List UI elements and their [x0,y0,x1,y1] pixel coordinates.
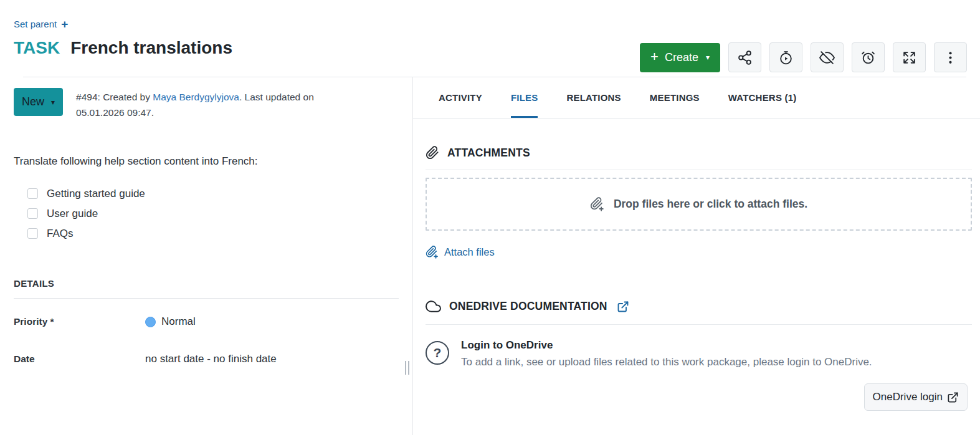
panel-resize-handle[interactable] [405,361,409,375]
attachments-heading-label: ATTACHMENTS [447,147,530,160]
tab-relations[interactable]: RELATIONS [566,77,621,118]
checklist-item-label: FAQs [47,228,74,240]
description-text[interactable]: Translate following help section content… [14,155,399,168]
create-button-label: Create [665,51,698,64]
fullscreen-button[interactable] [893,42,926,72]
onedrive-heading-label: ONEDRIVE DOCUMENTATION [449,300,607,313]
paperclip-icon [426,146,439,160]
checkbox[interactable] [27,228,38,239]
work-package-type[interactable]: TASK [14,38,60,58]
checklist-item-label: User guide [47,208,98,220]
set-parent-label: Set parent [14,19,57,29]
eye-off-icon [819,50,835,65]
plus-icon: + [650,49,659,65]
priority-dot-icon [145,317,156,327]
unwatch-button[interactable] [811,42,844,72]
paperclip-plus-icon [590,197,604,211]
toolbar: + Create ▾ [640,42,967,72]
tab-activity[interactable]: ACTIVITY [439,77,482,118]
divider [14,298,399,299]
tab-watchers[interactable]: WATCHERS (1) [728,77,797,118]
divider [426,324,972,325]
chevron-down-icon: ▾ [706,53,710,62]
kebab-menu-icon [943,50,958,65]
share-button[interactable] [728,42,761,72]
date-value[interactable]: no start date - no finish date [145,353,277,365]
work-package-tabs-panel: ACTIVITY FILES RELATIONS MEETINGS WATCHE… [412,77,980,435]
checkbox[interactable] [27,188,38,199]
chevron-down-icon: ▾ [51,98,55,107]
alarm-clock-icon [860,50,876,65]
dropzone-label: Drop files here or click to attach files… [614,198,807,211]
login-title: Login to OneDrive [461,339,872,352]
tab-meetings[interactable]: MEETINGS [650,77,700,118]
checklist-item-label: Getting started guide [47,188,145,200]
page-title[interactable]: French translations [70,38,232,58]
plus-icon: + [61,19,68,29]
meta-prefix: #494: Created by [76,92,153,102]
priority-field: Priority * Normal [14,315,399,328]
date-field: Date no start date - no finish date [14,353,399,365]
priority-value-text: Normal [161,315,196,328]
set-parent-link[interactable]: Set parent + [14,19,68,29]
priority-label: Priority * [14,316,145,327]
divider [426,170,972,170]
checkbox[interactable] [27,208,38,219]
external-link-icon[interactable] [617,300,629,313]
description-checklist: Getting started guide User guide FAQs [27,185,399,243]
onedrive-login-label: OneDrive login [873,391,943,403]
priority-value[interactable]: Normal [145,315,196,328]
date-label: Date [14,353,145,365]
list-item: Getting started guide [27,185,399,203]
create-button[interactable]: + Create ▾ [640,43,720,72]
more-button[interactable] [934,42,967,72]
status-meta: #494: Created by Maya Berdygylyjova. Las… [76,88,334,120]
cloud-icon [426,299,441,314]
status-label: New [22,95,44,108]
onedrive-heading: ONEDRIVE DOCUMENTATION [426,299,972,314]
onedrive-login-button[interactable]: OneDrive login [864,383,968,411]
login-description: To add a link, see or upload files relat… [461,356,872,368]
reminder-button[interactable] [852,42,885,72]
list-item: FAQs [27,224,399,243]
content: New ▾ #494: Created by Maya Berdygylyjov… [0,77,980,435]
attachments-heading: ATTACHMENTS [426,146,972,160]
files-tab-content: ATTACHMENTS Drop files here or click to … [413,146,980,411]
details-heading: DETAILS [14,278,399,289]
author-link[interactable]: Maya Berdygylyjova [153,92,239,102]
stopwatch-icon [778,50,794,65]
paperclip-plus-icon [426,246,439,259]
share-icon [737,50,753,65]
onedrive-login-info: ? Login to OneDrive To add a link, see o… [426,339,972,368]
list-item: User guide [27,204,399,223]
status-row: New ▾ #494: Created by Maya Berdygylyjov… [14,88,399,120]
work-package-details-panel: New ▾ #494: Created by Maya Berdygylyjov… [0,77,412,435]
page-header: Set parent + TASK French translations + … [0,0,980,77]
status-dropdown[interactable]: New ▾ [14,88,63,116]
attach-files-label: Attach files [444,246,495,258]
help-circle-icon: ? [426,341,449,365]
start-timer-button[interactable] [769,42,802,72]
tab-bar: ACTIVITY FILES RELATIONS MEETINGS WATCHE… [413,77,980,118]
attach-files-link[interactable]: Attach files [426,246,495,259]
login-info-text: Login to OneDrive To add a link, see or … [461,339,872,368]
file-dropzone[interactable]: Drop files here or click to attach files… [426,178,972,231]
expand-arrows-icon [902,50,917,65]
tab-files[interactable]: FILES [511,77,538,118]
external-link-icon [947,392,959,403]
